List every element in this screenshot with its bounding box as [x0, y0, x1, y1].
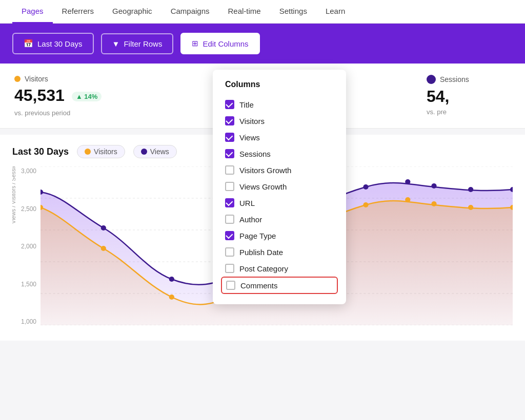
- checkbox-author[interactable]: [225, 215, 234, 224]
- purple-dot: [468, 187, 473, 192]
- stat-sessions-value-row: 54,: [427, 87, 511, 106]
- column-item-url[interactable]: URL: [225, 195, 334, 211]
- nav-item-geographic[interactable]: Geographic: [103, 0, 161, 24]
- main-nav: Pages Referrers Geographic Campaigns Rea…: [0, 0, 525, 24]
- column-label-sessions: Sessions: [239, 150, 271, 158]
- stat-card-visitors: Visitors 45,531 ▲ 14% vs. previous perio…: [0, 64, 412, 128]
- sessions-dot: [427, 75, 436, 84]
- last30days-button[interactable]: 📅 Last 30 Days: [12, 33, 94, 54]
- columns-dropdown: Columns TitleVisitorsViewsSessionsVisito…: [213, 70, 346, 304]
- checkbox-comments[interactable]: [226, 281, 235, 290]
- y-axis-label: Views / Visitors / Sessions: [12, 166, 16, 224]
- column-item-visitors[interactable]: Visitors: [225, 113, 334, 129]
- nav-item-campaigns[interactable]: Campaigns: [161, 0, 219, 24]
- purple-dot: [169, 277, 174, 282]
- column-label-url: URL: [239, 199, 255, 207]
- column-label-page-type: Page Type: [239, 232, 276, 240]
- legend-visitors-dot: [85, 149, 91, 155]
- nav-item-pages[interactable]: Pages: [12, 0, 53, 24]
- toolbar: 📅 Last 30 Days ▼ Filter Rows ⊞ Edit Colu…: [0, 24, 525, 64]
- orange-dot: [169, 295, 174, 300]
- column-label-title: Title: [239, 100, 254, 109]
- checkbox-visitors-growth[interactable]: [225, 165, 234, 175]
- filterrows-label: Filter Rows: [124, 39, 162, 48]
- sessions-value: 54,: [427, 87, 449, 106]
- purple-dot: [405, 179, 410, 184]
- checkbox-visitors[interactable]: [225, 116, 234, 125]
- filterrows-button[interactable]: ▼ Filter Rows: [101, 33, 174, 54]
- column-label-author: Author: [239, 215, 262, 224]
- visitors-dot: [14, 76, 21, 82]
- checkbox-sessions[interactable]: [225, 149, 234, 158]
- legend-views-dot: [141, 149, 147, 155]
- nav-item-learn[interactable]: Learn: [316, 0, 354, 24]
- filter-icon: ▼: [112, 39, 120, 48]
- column-item-page-type[interactable]: Page Type: [225, 227, 334, 244]
- columns-icon: ⊞: [192, 39, 198, 48]
- visitors-value: 45,531: [14, 86, 65, 105]
- column-item-title[interactable]: Title: [225, 96, 334, 113]
- editcolumns-label: Edit Columns: [203, 39, 248, 48]
- column-item-post-category[interactable]: Post Category: [225, 260, 334, 277]
- stat-sessions-label: Sessions: [427, 75, 511, 84]
- checkbox-views-growth[interactable]: [225, 182, 234, 191]
- column-item-visitors-growth[interactable]: Visitors Growth: [225, 162, 334, 178]
- orange-dot: [468, 205, 473, 210]
- column-label-post-category: Post Category: [239, 264, 288, 273]
- column-label-comments: Comments: [240, 281, 278, 290]
- last30days-label: Last 30 Days: [37, 39, 83, 48]
- chart-title: Last 30 Days: [12, 146, 69, 157]
- orange-dot: [363, 202, 368, 207]
- orange-dot: [431, 201, 436, 206]
- visitors-badge: ▲ 14%: [72, 92, 102, 101]
- column-item-publish-date[interactable]: Publish Date: [225, 244, 334, 260]
- legend-views-label: Views: [150, 148, 169, 156]
- editcolumns-button[interactable]: ⊞ Edit Columns: [180, 33, 259, 54]
- checkbox-post-category[interactable]: [225, 264, 234, 273]
- column-label-visitors: Visitors: [239, 117, 265, 125]
- column-label-publish-date: Publish Date: [239, 248, 283, 257]
- column-label-visitors-growth: Visitors Growth: [239, 166, 291, 175]
- orange-dot: [405, 197, 410, 202]
- nav-item-realtime[interactable]: Real-time: [219, 0, 270, 24]
- checkbox-page-type[interactable]: [225, 231, 234, 240]
- sessions-sub: vs. pre: [427, 108, 511, 116]
- legend-views[interactable]: Views: [133, 145, 177, 158]
- checkbox-title[interactable]: [225, 100, 234, 109]
- nav-item-referrers[interactable]: Referrers: [53, 0, 104, 24]
- legend-visitors-label: Visitors: [94, 148, 117, 156]
- column-items-container: TitleVisitorsViewsSessionsVisitors Growt…: [225, 96, 334, 294]
- chart-y-labels: 3,000 2,500 2,000 1,500 1,000: [12, 166, 41, 325]
- column-item-views[interactable]: Views: [225, 129, 334, 145]
- orange-dot: [101, 246, 106, 251]
- column-item-sessions[interactable]: Sessions: [225, 145, 334, 162]
- purple-dot: [431, 183, 436, 188]
- checkbox-url[interactable]: [225, 198, 234, 207]
- column-label-views-growth: Views Growth: [239, 182, 287, 191]
- checkbox-publish-date[interactable]: [225, 247, 234, 257]
- dropdown-title: Columns: [225, 80, 334, 89]
- column-item-author[interactable]: Author: [225, 211, 334, 227]
- stat-card-sessions: Sessions 54, vs. pre: [412, 64, 525, 128]
- purple-dot: [101, 225, 106, 230]
- purple-dot: [363, 184, 368, 190]
- nav-item-settings[interactable]: Settings: [270, 0, 316, 24]
- checkbox-views[interactable]: [225, 133, 234, 142]
- column-label-views: Views: [239, 133, 260, 142]
- column-item-comments[interactable]: Comments: [221, 277, 338, 294]
- column-item-views-growth[interactable]: Views Growth: [225, 178, 334, 195]
- calendar-icon: 📅: [24, 39, 33, 48]
- legend-visitors[interactable]: Visitors: [77, 145, 125, 158]
